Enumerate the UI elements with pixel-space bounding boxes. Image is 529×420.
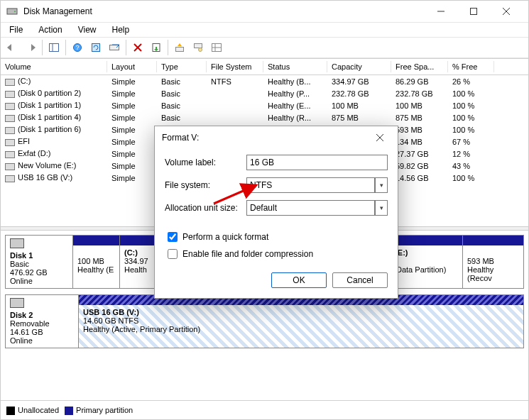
show-hide-console-tree-icon[interactable] — [45, 39, 62, 56]
svg-rect-3 — [471, 9, 477, 15]
drive-icon — [5, 103, 15, 110]
svg-rect-7 — [50, 44, 59, 52]
svg-rect-16 — [176, 48, 184, 52]
volume-row[interactable]: (Disk 0 partition 2)SimpleBasicHealthy (… — [1, 87, 528, 99]
file-system-label: File system: — [165, 180, 246, 190]
svg-rect-17 — [195, 44, 202, 48]
menu-bar: File Action View Help — [1, 23, 528, 38]
close-button[interactable] — [490, 1, 523, 22]
drive-icon — [5, 151, 15, 158]
file-system-value[interactable] — [246, 177, 375, 193]
allocation-unit-size-value[interactable] — [246, 200, 375, 216]
disk2-row: Disk 2 Removable 14.61 GB Online USB 16 … — [5, 294, 524, 348]
volume-row[interactable]: (C:)SimpleBasicNTFSHealthy (B...334.97 G… — [1, 75, 528, 87]
drive-icon — [5, 79, 15, 86]
partition-usb[interactable]: USB 16 GB (V:) 14.60 GB NTFS Healthy (Ac… — [79, 295, 523, 348]
dialog-close-button[interactable] — [369, 127, 391, 148]
col-free-space[interactable]: Free Spa... — [391, 61, 448, 72]
disk-icon — [10, 238, 24, 248]
volume-label-label: Volume label: — [165, 158, 246, 167]
volume-list-header: Volume Layout Type File System Status Ca… — [1, 58, 528, 75]
legend-primary-swatch — [65, 407, 73, 415]
drive-icon — [5, 91, 15, 98]
window-title: Disk Management — [23, 6, 92, 16]
svg-point-1 — [14, 11, 16, 12]
drive-icon — [5, 175, 15, 182]
svg-point-18 — [199, 48, 202, 52]
toolbar: ? — [1, 38, 528, 58]
quick-format-checkbox-row[interactable]: Perform a quick format — [165, 230, 388, 244]
file-system-select[interactable]: ▾ — [246, 177, 388, 193]
volume-row[interactable]: (Disk 1 partition 1)SimpleBasicHealthy (… — [1, 99, 528, 111]
settings-top-icon[interactable] — [171, 39, 188, 56]
delete-icon[interactable] — [129, 39, 146, 56]
cancel-button[interactable]: Cancel — [332, 272, 388, 288]
app-icon — [6, 6, 18, 17]
format-dialog: Format V: Volume label: File system: ▾ A… — [154, 126, 398, 299]
drive-icon — [5, 139, 15, 146]
disk2-partitions: USB 16 GB (V:) 14.60 GB NTFS Healthy (Ac… — [78, 294, 524, 348]
col-filesystem[interactable]: File System — [207, 61, 263, 72]
forward-icon[interactable] — [22, 39, 39, 56]
volume-label-input[interactable] — [246, 155, 388, 170]
dialog-title: Format V: — [162, 133, 199, 143]
svg-rect-12 — [110, 45, 119, 50]
refresh-icon[interactable] — [87, 39, 104, 56]
chevron-down-icon[interactable]: ▾ — [375, 177, 388, 193]
legend: Unallocated Primary partition — [6, 406, 133, 415]
compression-checkbox-row[interactable]: Enable file and folder compression — [165, 247, 388, 261]
maximize-button[interactable] — [457, 1, 490, 22]
minimize-button[interactable] — [425, 1, 457, 22]
col-layout[interactable]: Layout — [107, 61, 157, 72]
volume-row[interactable]: (Disk 1 partition 4)SimpleBasicHealthy (… — [1, 111, 528, 123]
disk-management-window: Disk Management File Action View Help ? … — [0, 0, 529, 420]
svg-text:?: ? — [75, 44, 79, 51]
menu-action[interactable]: Action — [34, 23, 66, 36]
menu-help[interactable]: Help — [108, 23, 134, 36]
allocation-unit-size-select[interactable]: ▾ — [246, 200, 388, 216]
drive-icon — [5, 163, 15, 170]
properties-icon[interactable] — [148, 39, 165, 56]
allocation-unit-size-label: Allocation unit size: — [165, 203, 246, 213]
col-pct-free[interactable]: % Free — [448, 61, 494, 72]
partition[interactable]: 593 MBHealthy (Recov — [463, 236, 523, 288]
settings-bottom-icon[interactable] — [190, 39, 207, 56]
drive-icon — [5, 115, 15, 122]
titlebar: Disk Management — [1, 1, 528, 23]
window-controls — [425, 1, 523, 22]
drive-icon — [5, 127, 15, 134]
view-options-icon[interactable] — [208, 39, 225, 56]
disk-icon — [10, 298, 24, 308]
svg-rect-11 — [92, 44, 100, 52]
svg-rect-6 — [11, 46, 17, 49]
disk1-label[interactable]: Disk 1 Basic 476.92 GB Online — [5, 235, 72, 289]
partition[interactable]: 100 MBHealthy (E — [73, 236, 120, 288]
quick-format-checkbox[interactable] — [168, 232, 178, 242]
menu-file[interactable]: File — [5, 23, 27, 36]
legend-unallocated-swatch — [6, 407, 15, 415]
menu-view[interactable]: View — [74, 23, 101, 36]
compression-checkbox[interactable] — [168, 249, 178, 259]
dialog-titlebar: Format V: — [155, 126, 398, 149]
ok-button[interactable]: OK — [271, 272, 327, 288]
col-capacity[interactable]: Capacity — [327, 61, 391, 72]
chevron-down-icon[interactable]: ▾ — [375, 200, 388, 216]
col-status[interactable]: Status — [263, 61, 327, 72]
rescan-icon[interactable] — [106, 39, 123, 56]
disk2-label[interactable]: Disk 2 Removable 14.61 GB Online — [5, 294, 78, 348]
back-icon[interactable] — [4, 39, 21, 56]
col-volume[interactable]: Volume — [1, 61, 107, 72]
col-type[interactable]: Type — [157, 61, 207, 72]
help-icon[interactable]: ? — [69, 39, 86, 56]
